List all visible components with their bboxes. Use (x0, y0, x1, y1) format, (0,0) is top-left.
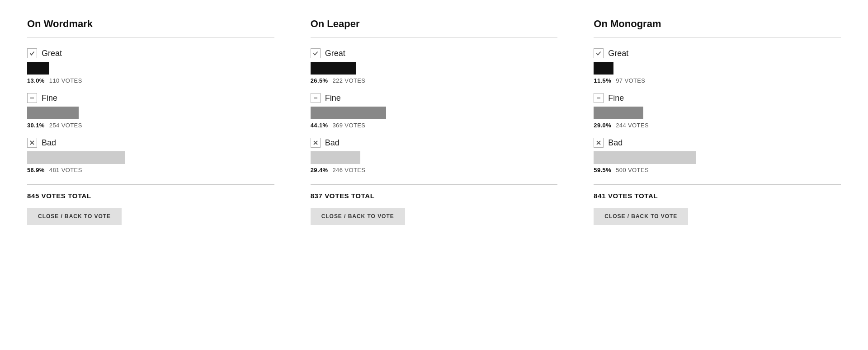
divider-top-monogram (594, 37, 841, 37)
vote-percent: 26.5% (311, 77, 328, 84)
vote-option-leaper-great: Great 26.5% 222 VOTES (311, 48, 558, 84)
vote-bar-fine (311, 107, 386, 119)
option-icon-minus (594, 93, 604, 103)
option-label-monogram-fine: Fine (594, 93, 841, 103)
vote-option-monogram-great: Great 11.5% 97 VOTES (594, 48, 841, 84)
total-section-monogram: 841 VOTES TOTAL CLOSE / BACK TO VOTE (594, 184, 841, 225)
option-name: Great (608, 49, 628, 58)
vote-bar-bad (594, 151, 696, 164)
vote-bar-bad (27, 151, 125, 164)
vote-percent: 29.4% (311, 167, 328, 173)
vote-bar-great (311, 62, 356, 75)
option-icon-check (27, 48, 37, 58)
option-name: Bad (325, 138, 340, 148)
option-label-leaper-bad: Bad (311, 138, 558, 148)
panel-title-leaper: On Leaper (311, 18, 558, 30)
total-votes-leaper: 837 VOTES TOTAL (311, 192, 558, 200)
vote-count: 481 VOTES (49, 167, 82, 173)
bar-container (27, 107, 274, 119)
vote-option-leaper-bad: Bad 29.4% 246 VOTES (311, 138, 558, 173)
option-label-monogram-bad: Bad (594, 138, 841, 148)
panel-title-wordmark: On Wordmark (27, 18, 274, 30)
vote-bar-great (27, 62, 49, 75)
vote-percent: 59.5% (594, 167, 611, 173)
vote-stats: 13.0% 110 VOTES (27, 77, 274, 84)
vote-stats: 30.1% 254 VOTES (27, 122, 274, 129)
vote-option-wordmark-bad: Bad 56.9% 481 VOTES (27, 138, 274, 173)
option-label-monogram-great: Great (594, 48, 841, 58)
vote-percent: 56.9% (27, 167, 45, 173)
option-icon-check (594, 48, 604, 58)
close-back-button-wordmark[interactable]: CLOSE / BACK TO VOTE (27, 208, 122, 225)
option-name: Fine (608, 93, 624, 103)
vote-percent: 11.5% (594, 77, 611, 84)
vote-count: 97 VOTES (616, 77, 645, 84)
vote-stats: 29.0% 244 VOTES (594, 122, 841, 129)
divider-top-wordmark (27, 37, 274, 37)
vote-option-monogram-fine: Fine 29.0% 244 VOTES (594, 93, 841, 129)
option-label-leaper-great: Great (311, 48, 558, 58)
option-icon-minus (311, 93, 321, 103)
option-label-wordmark-bad: Bad (27, 138, 274, 148)
bar-container (311, 107, 558, 119)
vote-count: 222 VOTES (333, 77, 366, 84)
panels-container: On Wordmark Great 13.0% 110 VOTES (27, 18, 841, 225)
vote-stats: 56.9% 481 VOTES (27, 167, 274, 173)
vote-stats: 29.4% 246 VOTES (311, 167, 558, 173)
vote-option-wordmark-great: Great 13.0% 110 VOTES (27, 48, 274, 84)
vote-count: 500 VOTES (616, 167, 649, 173)
option-icon-x (594, 138, 604, 148)
vote-percent: 29.0% (594, 122, 611, 129)
vote-option-wordmark-fine: Fine 30.1% 254 VOTES (27, 93, 274, 129)
vote-stats: 44.1% 369 VOTES (311, 122, 558, 129)
vote-bar-bad (311, 151, 360, 164)
panel-monogram: On Monogram Great 11.5% 97 VOTES (594, 18, 841, 225)
option-label-leaper-fine: Fine (311, 93, 558, 103)
vote-option-monogram-bad: Bad 59.5% 500 VOTES (594, 138, 841, 173)
vote-stats: 26.5% 222 VOTES (311, 77, 558, 84)
vote-bar-fine (27, 107, 79, 119)
close-back-button-monogram[interactable]: CLOSE / BACK TO VOTE (594, 208, 688, 225)
total-votes-wordmark: 845 VOTES TOTAL (27, 192, 274, 200)
vote-stats: 11.5% 97 VOTES (594, 77, 841, 84)
vote-count: 254 VOTES (49, 122, 82, 129)
bar-container (594, 62, 841, 75)
bar-container (27, 151, 274, 164)
option-name: Great (325, 49, 345, 58)
panel-wordmark: On Wordmark Great 13.0% 110 VOTES (27, 18, 292, 225)
option-icon-check (311, 48, 321, 58)
divider-top-leaper (311, 37, 558, 37)
option-icon-x (311, 138, 321, 148)
vote-option-leaper-fine: Fine 44.1% 369 VOTES (311, 93, 558, 129)
total-section-leaper: 837 VOTES TOTAL CLOSE / BACK TO VOTE (311, 184, 558, 225)
option-label-wordmark-fine: Fine (27, 93, 274, 103)
option-icon-x (27, 138, 37, 148)
panel-leaper: On Leaper Great 26.5% 222 VOTES (311, 18, 576, 225)
vote-percent: 44.1% (311, 122, 328, 129)
vote-count: 369 VOTES (333, 122, 366, 129)
option-name: Great (42, 49, 62, 58)
close-back-button-leaper[interactable]: CLOSE / BACK TO VOTE (311, 208, 405, 225)
option-label-wordmark-great: Great (27, 48, 274, 58)
bar-container (594, 107, 841, 119)
bar-container (311, 62, 558, 75)
total-votes-monogram: 841 VOTES TOTAL (594, 192, 841, 200)
vote-count: 110 VOTES (49, 77, 82, 84)
vote-bar-fine (594, 107, 643, 119)
option-name: Fine (325, 93, 341, 103)
bar-container (27, 62, 274, 75)
option-name: Bad (42, 138, 56, 148)
vote-stats: 59.5% 500 VOTES (594, 167, 841, 173)
vote-percent: 30.1% (27, 122, 45, 129)
vote-count: 246 VOTES (333, 167, 366, 173)
bar-container (311, 151, 558, 164)
option-icon-minus (27, 93, 37, 103)
total-section-wordmark: 845 VOTES TOTAL CLOSE / BACK TO VOTE (27, 184, 274, 225)
vote-bar-great (594, 62, 613, 75)
vote-percent: 13.0% (27, 77, 45, 84)
panel-title-monogram: On Monogram (594, 18, 841, 30)
bar-container (594, 151, 841, 164)
vote-count: 244 VOTES (616, 122, 649, 129)
option-name: Fine (42, 93, 57, 103)
option-name: Bad (608, 138, 623, 148)
